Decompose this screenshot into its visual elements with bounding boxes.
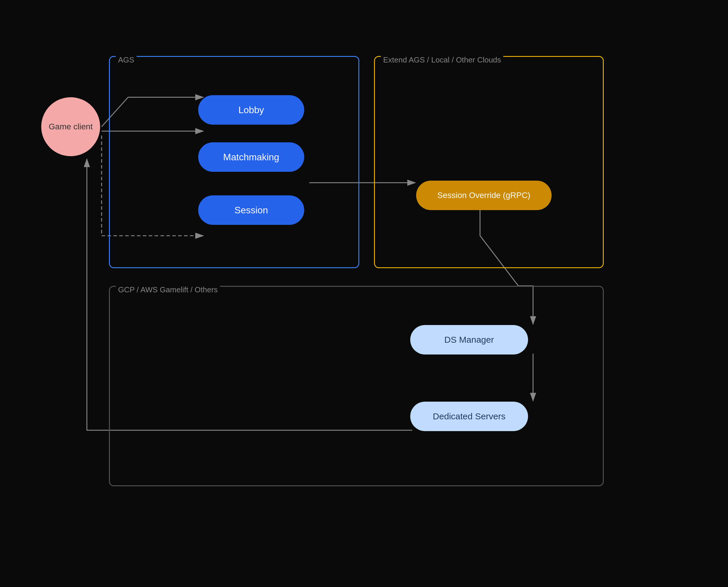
- extend-label: Extend AGS / Local / Other Clouds: [381, 55, 503, 65]
- ags-label: AGS: [116, 55, 137, 65]
- ags-box: AGS Lobby Matchmaking Session: [109, 56, 359, 268]
- matchmaking-label: Matchmaking: [223, 152, 279, 163]
- extend-ags-box: Extend AGS / Local / Other Clouds Sessio…: [374, 56, 604, 268]
- lobby-node: Lobby: [198, 95, 304, 125]
- gcp-box: GCP / AWS Gamelift / Others DS Manager D…: [109, 286, 604, 486]
- session-label: Session: [235, 205, 268, 216]
- lobby-label: Lobby: [238, 104, 264, 116]
- dedicated-servers-node: Dedicated Servers: [410, 402, 528, 431]
- session-override-label: Session Override (gRPC): [437, 191, 530, 200]
- session-override-node: Session Override (gRPC): [416, 181, 552, 210]
- dedicated-servers-label: Dedicated Servers: [433, 412, 506, 421]
- game-client-node: Game client: [41, 97, 100, 156]
- ds-manager-label: DS Manager: [444, 335, 494, 345]
- session-node: Session: [198, 195, 304, 225]
- gcp-label: GCP / AWS Gamelift / Others: [116, 285, 220, 295]
- matchmaking-node: Matchmaking: [198, 142, 304, 172]
- game-client-label: Game client: [49, 122, 93, 132]
- diagram-container: Game client AGS Lobby Matchmaking Sessio…: [24, 29, 701, 560]
- ds-manager-node: DS Manager: [410, 325, 528, 354]
